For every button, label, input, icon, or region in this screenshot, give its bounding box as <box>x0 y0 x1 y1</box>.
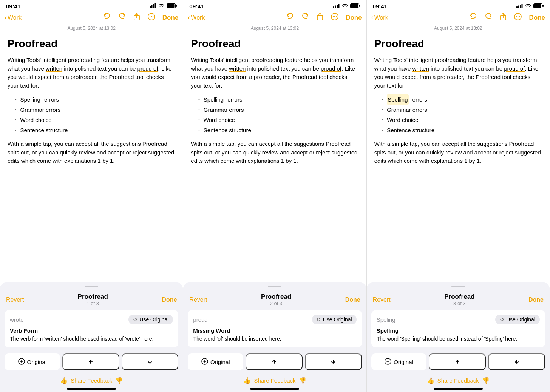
done-button-1[interactable]: Done <box>162 14 179 22</box>
proud-word-2: proud of <box>321 65 341 72</box>
redo-icon-3[interactable] <box>484 12 493 23</box>
bullet-item: Grammar errors <box>382 105 542 115</box>
svg-rect-26 <box>516 6 518 8</box>
nav-actions-1: Done <box>103 12 179 23</box>
share-feedback-3[interactable]: 👍 Share Feedback 👎 <box>367 373 550 386</box>
back-button-2[interactable]: ‹ Work <box>188 14 205 22</box>
nav-actions-2: Done <box>286 12 362 23</box>
svg-rect-32 <box>542 5 544 7</box>
revert-button-2[interactable]: Revert <box>189 296 207 303</box>
original-button-3[interactable]: Original <box>371 353 427 370</box>
undo-icon-3[interactable] <box>469 12 477 23</box>
done-button-3[interactable]: Done <box>529 14 545 22</box>
share-feedback-2[interactable]: 👍 Share Feedback 👎 <box>183 373 366 386</box>
status-icons-2 <box>333 3 360 9</box>
bullet-list-2: Spelling errors Grammar errors Word choi… <box>191 94 358 135</box>
up-button-1[interactable] <box>62 353 119 370</box>
more-icon-3[interactable] <box>514 12 522 23</box>
sheet-done-button-2[interactable]: Done <box>345 296 360 303</box>
wifi-icon-3 <box>525 3 531 9</box>
undo-icon-1[interactable] <box>103 12 111 23</box>
more-icon-1[interactable] <box>147 12 156 23</box>
share-icon-2[interactable] <box>316 12 324 23</box>
done-button-2[interactable]: Done <box>346 14 362 22</box>
back-button-1[interactable]: ‹ Work <box>5 14 22 22</box>
sheet-header-1: Revert Proofread 1 of 3 Done <box>0 291 183 307</box>
bullet-item: Word choice <box>15 115 175 125</box>
suggestion-word-3: Speling <box>377 316 396 323</box>
bullet-item: Spelling errors <box>198 94 358 105</box>
bottom-sheet-3: Revert Proofread 3 of 3 Done Speling ↺ U… <box>367 282 550 392</box>
undo-small-icon-2: ↺ <box>317 316 321 323</box>
undo-small-icon-3: ↺ <box>500 316 504 323</box>
down-button-3[interactable] <box>488 353 545 370</box>
written-word-3: written <box>412 65 429 72</box>
spelling-item-2: Spelling <box>204 94 224 105</box>
revert-button-1[interactable]: Revert <box>6 296 24 303</box>
undo-icon-2[interactable] <box>286 12 294 23</box>
back-button-3[interactable]: ‹ Work <box>371 14 388 22</box>
svg-point-10 <box>151 16 152 17</box>
bullet-item: Spelling errors <box>382 94 542 105</box>
redo-icon-1[interactable] <box>118 12 126 23</box>
use-original-button-3[interactable]: ↺ Use Original <box>495 315 540 324</box>
up-button-3[interactable] <box>429 353 486 370</box>
note-title-3: Proofread <box>374 38 542 50</box>
note-body-1: Writing Tools' intelligent proofreading … <box>8 56 175 165</box>
share-feedback-1[interactable]: 👍 Share Feedback 👎 <box>0 373 183 386</box>
status-icons-1 <box>150 3 177 9</box>
use-original-button-2[interactable]: ↺ Use Original <box>312 315 357 324</box>
use-original-label-1: Use Original <box>139 316 168 323</box>
more-icon-2[interactable] <box>331 12 339 23</box>
share-icon-3[interactable] <box>499 12 507 23</box>
use-original-button-1[interactable]: ↺ Use Original <box>128 315 173 324</box>
suggestion-card-1: wrote ↺ Use Original Verb Form The verb … <box>5 310 178 347</box>
svg-rect-31 <box>534 4 541 8</box>
sheet-title-block-1: Proofread 1 of 3 <box>78 293 108 306</box>
up-button-2[interactable] <box>246 353 303 370</box>
sheet-title-3: Proofread <box>444 293 474 301</box>
wifi-icon-2 <box>342 3 348 9</box>
svg-rect-5 <box>167 4 175 8</box>
svg-rect-1 <box>151 5 153 8</box>
thumbs-down-icon-3: 👎 <box>482 377 490 384</box>
down-button-1[interactable] <box>122 353 179 370</box>
suggestion-word-2: proud <box>193 316 207 323</box>
nav-bar-1: ‹ Work Done <box>0 11 183 26</box>
content-area-2: Proofread Writing Tools' intelligent pro… <box>183 34 366 279</box>
original-button-2[interactable]: Original <box>188 353 243 370</box>
sheet-done-button-1[interactable]: Done <box>162 296 177 303</box>
nav-actions-3: Done <box>469 12 545 23</box>
suggestion-card-3: Speling ↺ Use Original Spelling The word… <box>371 310 545 347</box>
nav-bar-2: ‹ Work Done <box>183 11 366 26</box>
battery-icon-1 <box>167 3 177 9</box>
content-area-1: Proofread Writing Tools' intelligent pro… <box>0 34 183 279</box>
status-icons-3 <box>516 3 544 9</box>
status-time-1: 09:41 <box>6 3 20 9</box>
bullet-item: Grammar errors <box>198 105 358 115</box>
thumbs-up-icon-2: 👍 <box>243 377 251 384</box>
original-label-2: Original <box>210 359 230 365</box>
sheet-done-button-3[interactable]: Done <box>528 296 544 303</box>
suggestion-type-2: Missing Word <box>193 327 356 334</box>
back-label-3: Work <box>374 14 388 21</box>
down-button-2[interactable] <box>305 353 362 370</box>
phone-panel-2: 09:41 ‹ Work <box>183 0 366 392</box>
redo-icon-2[interactable] <box>301 12 309 23</box>
use-original-label-3: Use Original <box>506 316 535 323</box>
revert-button-3[interactable]: Revert <box>373 296 391 303</box>
bullet-item: Spelling errors <box>15 94 175 105</box>
sheet-header-2: Revert Proofread 2 of 3 Done <box>183 291 366 307</box>
svg-rect-13 <box>333 6 334 8</box>
suggestion-desc-1: The verb form 'written' should be used i… <box>10 335 173 343</box>
suggestion-desc-3: The word 'Spelling' should be used inste… <box>377 335 540 343</box>
share-feedback-label-2: Share Feedback <box>254 377 295 384</box>
sheet-header-3: Revert Proofread 3 of 3 Done <box>367 291 550 307</box>
share-icon-1[interactable] <box>133 12 141 23</box>
original-button-1[interactable]: Original <box>5 353 60 370</box>
suggestion-word-row-1: wrote ↺ Use Original <box>10 315 173 324</box>
svg-rect-28 <box>520 5 521 8</box>
svg-point-24 <box>336 16 337 17</box>
content-area-3: Proofread Writing Tools' intelligent pro… <box>367 34 550 279</box>
home-indicator-3 <box>434 388 483 390</box>
